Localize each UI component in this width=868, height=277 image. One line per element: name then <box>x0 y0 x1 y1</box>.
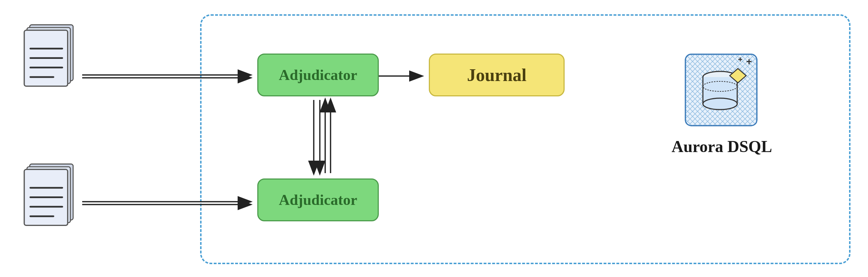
document-icon-top <box>21 21 79 89</box>
svg-point-22 <box>703 98 737 110</box>
diagram-container: Adjudicator Adjudicator Journal <box>0 0 868 277</box>
aurora-dsql-icon: + + <box>683 51 761 130</box>
adjudicator-top-box: Adjudicator <box>257 54 379 96</box>
document-icon-bottom <box>21 161 79 228</box>
aurora-dsql-label: Aurora DSQL <box>671 137 772 156</box>
aurora-dsql-container: + + Aurora DSQL <box>618 29 825 178</box>
svg-text:+: + <box>738 55 743 64</box>
svg-text:+: + <box>746 56 752 67</box>
adjudicator-bottom-box: Adjudicator <box>257 178 379 221</box>
journal-box: Journal <box>429 54 565 96</box>
